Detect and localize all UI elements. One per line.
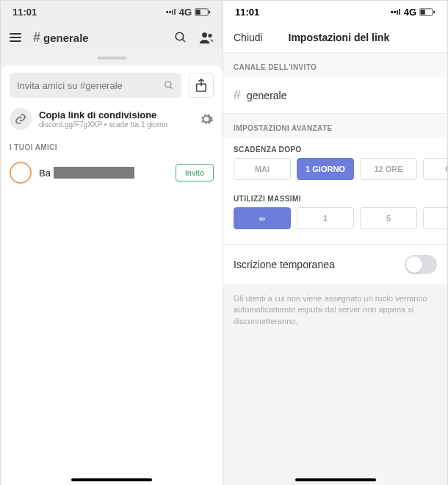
uses-option-2[interactable]: 5 [360, 207, 417, 229]
svg-line-4 [182, 39, 185, 42]
svg-rect-11 [420, 10, 424, 14]
uses-options: ∞1510 [223, 207, 447, 237]
network-label: 4G [179, 7, 192, 18]
expiry-label: SCADENZA DOPO [223, 138, 447, 158]
status-bar: 11:01 ••ıl 4G [1, 1, 223, 23]
settings-title: Impostazioni del link [241, 32, 437, 43]
redacted-name [54, 167, 134, 179]
uses-option-3[interactable]: 10 [423, 207, 447, 229]
members-icon[interactable] [199, 31, 214, 44]
channel-name: generale [43, 32, 89, 44]
uses-option-1[interactable]: 1 [297, 207, 354, 229]
battery-icon [195, 8, 211, 16]
section-advanced: IMPOSTAZIONI AVANZATE [223, 113, 447, 138]
friend-row: Ba Invito [10, 162, 214, 184]
channel-title[interactable]: # generale [33, 30, 162, 46]
svg-point-5 [202, 32, 207, 37]
svg-rect-12 [433, 10, 435, 13]
gear-icon[interactable] [199, 112, 214, 126]
share-link-row[interactable]: Copia link di condivisione discord.gg/F7… [10, 105, 214, 133]
hash-icon: # [234, 87, 241, 103]
temp-membership-row: Iscrizione temporanea [223, 244, 447, 284]
avatar[interactable] [10, 162, 32, 184]
temp-membership-label: Iscrizione temporanea [234, 259, 335, 270]
expiry-option-3[interactable]: 6 O [423, 158, 447, 180]
expiry-option-1[interactable]: 1 GIORNO [297, 158, 354, 180]
menu-icon[interactable] [10, 33, 21, 42]
expiry-option-2[interactable]: 12 ORE [360, 158, 417, 180]
network-label: 4G [404, 7, 416, 18]
status-right: ••ıl 4G [391, 7, 436, 18]
invite-channel-row[interactable]: # generale [223, 77, 447, 113]
svg-rect-1 [195, 10, 200, 14]
home-indicator[interactable] [71, 478, 152, 481]
channel-header: # generale [1, 23, 223, 52]
settings-header: Chiudi Impostazioni del link [223, 23, 447, 52]
sheet-handle[interactable] [97, 57, 126, 60]
home-indicator[interactable] [295, 478, 376, 481]
share-link-title: Copia link di condivisione [39, 109, 192, 121]
share-icon[interactable] [189, 73, 214, 98]
signal-icon: ••ıl [166, 7, 176, 16]
search-icon[interactable] [174, 31, 187, 44]
link-icon [10, 108, 32, 130]
uses-label: UTILIZZI MASSIMI [223, 187, 447, 207]
status-time: 11:01 [235, 7, 259, 18]
friend-name-prefix: Ba [39, 168, 51, 179]
status-time: 11:01 [12, 7, 37, 18]
svg-point-3 [176, 32, 184, 40]
uses-option-0[interactable]: ∞ [234, 207, 291, 229]
hash-icon: # [33, 30, 40, 46]
status-right: ••ıl 4G [166, 7, 211, 18]
search-input[interactable]: Invita amici su #generale [10, 73, 181, 98]
status-bar: 11:01 ••ıl 4G [223, 1, 447, 23]
signal-icon: ••ıl [391, 7, 401, 16]
invite-channel-name: generale [247, 90, 287, 101]
invite-sheet: Invita amici su #generale Copia link di … [1, 65, 223, 485]
svg-point-6 [209, 34, 212, 37]
share-link-sub: discord.gg/F7gXXP • scade tra 1 giorno [39, 121, 192, 129]
section-invite-channel: CANALE DELL'INVITO [223, 52, 447, 77]
friends-section-label: I TUOI AMICI [10, 143, 214, 151]
svg-point-7 [165, 82, 171, 87]
temp-membership-toggle[interactable] [405, 255, 437, 274]
temp-membership-help: Gli utenti a cui non viene assegnato un … [223, 284, 447, 485]
svg-line-8 [170, 87, 173, 89]
battery-icon [419, 8, 436, 16]
search-placeholder: Invita amici su #generale [17, 80, 164, 91]
expiry-option-0[interactable]: MAI [234, 158, 291, 180]
invite-button[interactable]: Invito [176, 164, 214, 182]
svg-rect-2 [209, 10, 210, 13]
expiry-options: MAI1 GIORNO12 ORE6 O [223, 158, 447, 187]
